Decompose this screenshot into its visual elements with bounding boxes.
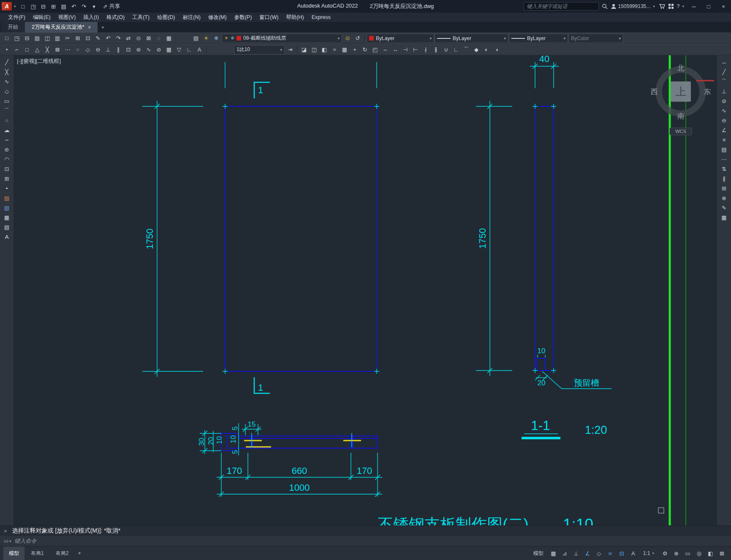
snap-from-icon[interactable]: ⌐: [12, 45, 22, 55]
compass-east-label[interactable]: 东: [704, 88, 711, 96]
menu-item[interactable]: 视图(V): [54, 13, 80, 22]
compass-south-label[interactable]: 南: [677, 112, 685, 120]
side-view-dimensions[interactable]: 40 1750 10 20: [476, 55, 559, 387]
menu-item[interactable]: 绘图(D): [153, 13, 179, 22]
fillet-icon[interactable]: ⌒: [461, 45, 471, 55]
open-icon[interactable]: ◳: [12, 33, 22, 43]
dim-15[interactable]: 15: [248, 420, 256, 428]
break-point-icon[interactable]: ∤: [421, 45, 431, 55]
snap-intersection-icon[interactable]: ╳: [42, 45, 52, 55]
erase-icon[interactable]: ◪: [299, 45, 309, 55]
snap-perpendicular-icon[interactable]: ⊥: [103, 45, 113, 55]
plotstyle-dropdown[interactable]: ByColor ▾: [568, 34, 623, 43]
rectangle-icon[interactable]: ▭: [2, 96, 12, 106]
section-cut-marks[interactable]: 1 1: [254, 82, 270, 393]
workspace-icon[interactable]: ⚙: [659, 548, 671, 559]
offset-icon[interactable]: ≈: [329, 45, 340, 55]
qat-new-icon[interactable]: □: [18, 1, 28, 11]
arc-length-dimension-icon[interactable]: ⌒: [719, 77, 729, 87]
model-tab[interactable]: 模型: [3, 546, 24, 560]
drawing-title[interactable]: 不锈钢支板制作图(二): [378, 516, 529, 525]
layer-dropdown[interactable]: ☀ ❄ 08-截断线辅助线层 ▾: [222, 34, 342, 43]
cut-icon[interactable]: ✂: [63, 33, 73, 43]
model-space-button[interactable]: 模型: [530, 548, 547, 559]
minimize-button[interactable]: ─: [688, 0, 700, 13]
layer-properties-icon[interactable]: ▤: [191, 33, 201, 43]
qat-undo-icon[interactable]: ↶: [69, 1, 79, 11]
snap-parallel-icon[interactable]: ∥: [113, 45, 123, 55]
dim-170-right[interactable]: 170: [357, 465, 372, 476]
save-icon[interactable]: ⊟: [22, 33, 32, 43]
zoom-previous-icon[interactable]: ◌: [154, 33, 164, 43]
side-view-geometry[interactable]: [535, 106, 554, 371]
lineweight-dropdown[interactable]: ByLayer ▾: [509, 34, 568, 43]
menu-item[interactable]: 标注(N): [179, 13, 204, 22]
annotation-visibility-icon[interactable]: A: [628, 548, 639, 559]
break-icon[interactable]: ∦: [431, 45, 441, 55]
snap-tangent-icon[interactable]: ⊖: [93, 45, 103, 55]
drawing-canvas[interactable]: [-][俯视][二维线框]: [14, 55, 717, 525]
snap-quadrant-icon[interactable]: ◇: [83, 45, 93, 55]
object-snap-icon[interactable]: ⊡: [616, 548, 628, 559]
hatch-icon[interactable]: ▨: [2, 193, 12, 203]
array-icon[interactable]: ▦: [340, 45, 350, 55]
snap-extension-icon[interactable]: ⋯: [63, 45, 73, 55]
properties-icon[interactable]: ▦: [164, 33, 174, 43]
command-customize-icon[interactable]: ▭▾: [4, 538, 11, 544]
revision-cloud-icon[interactable]: ☁: [2, 125, 12, 135]
layer-on-icon[interactable]: ☀: [201, 33, 211, 43]
color-dropdown[interactable]: ByLayer ▾: [367, 34, 434, 43]
publish-icon[interactable]: ▥: [52, 33, 63, 43]
groove-leader[interactable]: 预留槽: [542, 371, 611, 389]
dim-front-height[interactable]: 1750: [144, 229, 155, 249]
application-menu-caret-icon[interactable]: ▾: [13, 4, 17, 8]
baseline-dimension-icon[interactable]: ▤: [719, 145, 729, 154]
plan-view-geometry[interactable]: [221, 433, 378, 451]
layer-previous-icon[interactable]: ↺: [353, 33, 363, 43]
snap-apparent-icon[interactable]: ⊠: [52, 45, 63, 55]
compass-west-label[interactable]: 西: [651, 88, 658, 96]
menu-item[interactable]: 插入(I): [79, 13, 103, 22]
drawing-title-text[interactable]: 不锈钢支板制作图(二) 1:10: [378, 516, 593, 525]
move-icon[interactable]: +: [350, 45, 360, 55]
snap-none-icon[interactable]: ⊘: [154, 45, 164, 55]
menu-item[interactable]: 编辑(E): [29, 13, 54, 22]
quick-properties-icon[interactable]: ▭: [682, 548, 693, 559]
plot-icon[interactable]: ▤: [32, 33, 42, 43]
new-layout-button[interactable]: +: [75, 550, 84, 556]
dim-1000[interactable]: 1000: [289, 482, 310, 493]
spline-icon[interactable]: ∼: [2, 135, 12, 145]
snap-mode-icon[interactable]: ⊿: [559, 548, 571, 559]
zoom-window-icon[interactable]: ⊠: [144, 33, 154, 43]
qat-open-icon[interactable]: ◳: [28, 1, 38, 11]
tab-close-icon[interactable]: ×: [88, 24, 91, 30]
menu-item[interactable]: 工具(T): [128, 13, 153, 22]
scale-icon[interactable]: ◰: [370, 45, 380, 55]
mirror-icon[interactable]: ◧: [319, 45, 329, 55]
chamfer-icon[interactable]: ∟: [451, 45, 461, 55]
angular-dimension-icon[interactable]: ∠: [719, 125, 729, 135]
explode-icon[interactable]: ◆: [471, 45, 481, 55]
clean-screen-icon[interactable]: ⊠: [716, 548, 728, 559]
isolate-objects-icon[interactable]: ◎: [693, 548, 705, 559]
make-layer-current-icon[interactable]: ⊙: [342, 33, 353, 43]
copy-clip-icon[interactable]: ⊞: [73, 33, 83, 43]
center-mark-icon[interactable]: ⊕: [719, 193, 729, 203]
snap-endpoint-icon[interactable]: □: [22, 45, 32, 55]
model-space[interactable]: 1750 1 1: [14, 55, 717, 525]
groove-label[interactable]: 预留槽: [574, 378, 599, 387]
extend-icon[interactable]: ⊢: [410, 45, 421, 55]
linetype-dropdown[interactable]: ByLayer ▾: [435, 34, 508, 43]
qat-redo-icon[interactable]: ↷: [79, 1, 89, 11]
snap-node-icon[interactable]: ⊚: [133, 45, 144, 55]
paste-icon[interactable]: ⊡: [83, 33, 93, 43]
lengthen-icon[interactable]: ↔: [390, 45, 400, 55]
ordinate-dimension-icon[interactable]: ⊥: [719, 87, 729, 96]
quick-dimension-icon[interactable]: ≡: [719, 135, 729, 145]
osnap-settings-icon[interactable]: ▦: [164, 45, 174, 55]
layout1-tab[interactable]: 布局1: [25, 546, 49, 560]
dim-10-left[interactable]: 10: [215, 436, 223, 444]
menu-item[interactable]: 参数(P): [231, 13, 256, 22]
stretch-icon[interactable]: ⇔: [380, 45, 390, 55]
polygon-icon[interactable]: ◇: [2, 87, 12, 96]
